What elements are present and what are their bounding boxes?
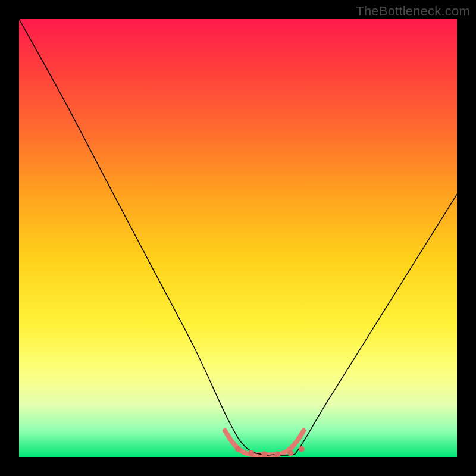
annotation-dot <box>299 446 305 452</box>
annotation-dot <box>235 446 241 452</box>
annotation-dot <box>261 452 267 457</box>
chart-frame: TheBottleneck.com <box>0 0 476 476</box>
plot-area <box>19 19 457 457</box>
annotation-dot <box>287 450 293 456</box>
watermark-text: TheBottleneck.com <box>356 4 470 19</box>
series-bottleneck-curve <box>19 19 457 455</box>
annotation-dot <box>248 450 254 456</box>
chart-svg <box>19 19 457 457</box>
